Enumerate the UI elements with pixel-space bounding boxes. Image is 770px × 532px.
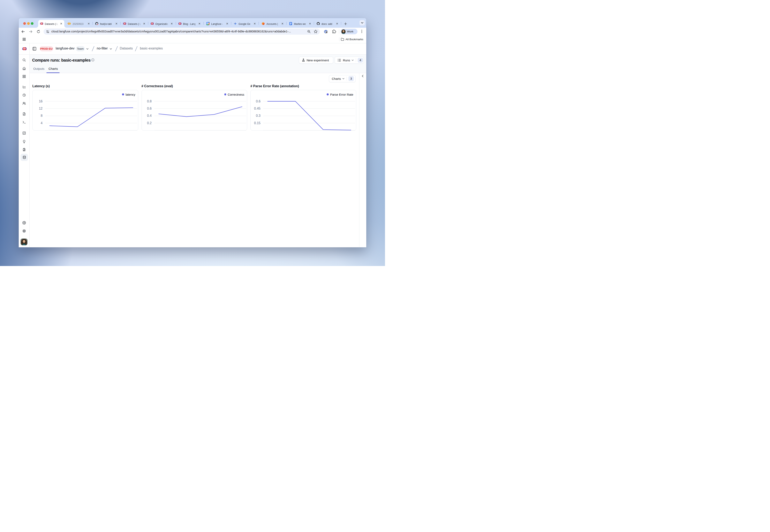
svg-text:6: 6	[207, 22, 208, 24]
svg-text:0.6: 0.6	[147, 107, 151, 110]
svg-text:4: 4	[41, 121, 42, 125]
svg-text:0.6: 0.6	[256, 99, 261, 103]
svg-text:0.15: 0.15	[254, 121, 261, 125]
svg-text:0.3: 0.3	[256, 114, 261, 117]
svg-text:0.45: 0.45	[254, 107, 261, 110]
svg-text:16: 16	[39, 99, 42, 103]
svg-text:8: 8	[41, 114, 42, 117]
svg-text:0.8: 0.8	[147, 99, 151, 103]
svg-text:0.2: 0.2	[147, 121, 151, 125]
svg-text:0.4: 0.4	[147, 114, 151, 117]
svg-text:12: 12	[39, 107, 42, 110]
